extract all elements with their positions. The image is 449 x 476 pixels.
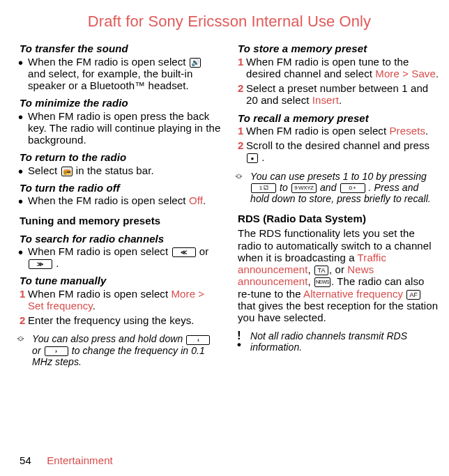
- text: >: [195, 288, 204, 300]
- seek-right-icon: [29, 259, 52, 269]
- tip-icon: [235, 169, 240, 180]
- text: .: [425, 125, 428, 137]
- tip-icon: [17, 332, 22, 342]
- text: .: [93, 300, 96, 312]
- text: >: [399, 68, 411, 79]
- text: When the FM radio is open select: [28, 56, 189, 68]
- text: ,: [307, 263, 314, 275]
- text: .: [436, 68, 439, 79]
- text: in the status bar.: [76, 164, 154, 176]
- note-preset-keys: You can use presets 1 to 10 by pressing …: [238, 171, 439, 204]
- warning-icon: [237, 330, 241, 348]
- text: When FM radio is open select: [28, 245, 172, 257]
- text: to: [280, 182, 291, 193]
- link-alt-freq: Alternative frequency: [303, 288, 403, 300]
- page-number: 54: [20, 454, 31, 466]
- text: , or: [329, 263, 347, 275]
- text: When FM radio is open select: [246, 125, 390, 137]
- text: ,: [307, 275, 314, 287]
- step-1-recall: 1 When FM radio is open select Presets.: [238, 125, 439, 137]
- text: Not all radio channels transmit RDS info…: [250, 330, 407, 353]
- af-icon: AF: [406, 290, 420, 300]
- heading-tune-manually: To tune manually: [20, 275, 221, 286]
- right-column: To store a memory preset 1 When FM radio…: [238, 37, 439, 374]
- text: .: [261, 151, 264, 163]
- rds-paragraph: The RDS functionality lets you set the r…: [238, 227, 439, 323]
- item-search: When FM radio is open select or .: [20, 245, 221, 270]
- section-name: Entertainment: [47, 454, 113, 466]
- heading-return: To return to the radio: [20, 151, 221, 163]
- menu-off: Off: [189, 194, 203, 206]
- menu-more: More: [172, 288, 196, 300]
- step-left-icon: [186, 335, 210, 345]
- heading-minimize: To minimize the radio: [20, 97, 221, 109]
- page-footer: 54 Entertainment: [20, 454, 113, 466]
- menu-insert: Insert: [312, 94, 339, 106]
- text: You can also press and hold down: [32, 333, 185, 344]
- speaker-icon: [190, 58, 201, 68]
- text: or: [32, 345, 44, 356]
- text: When the FM radio is open select: [28, 194, 189, 206]
- menu-set-frequency: Set frequency: [28, 300, 93, 312]
- text: When FM radio is open select: [28, 288, 172, 300]
- text: You can use presets 1 to 10 by pressing: [250, 171, 427, 182]
- item-minimize: When FM radio is open press the back key…: [20, 110, 221, 146]
- draft-header: Draft for Sony Ericsson Internal Use Onl…: [20, 13, 439, 30]
- heading-recall-preset: To recall a memory preset: [238, 112, 439, 124]
- step-1-store: 1 When FM radio is open tune to the desi…: [238, 56, 439, 80]
- heading-tuning-presets: Tuning and memory presets: [20, 215, 221, 227]
- item-off: When the FM radio is open select Off.: [20, 194, 221, 206]
- content-columns: To transfer the sound When the FM radio …: [20, 37, 439, 374]
- heading-search: To search for radio channels: [20, 233, 221, 245]
- step-2-recall: 2 Scroll to the desired channel and pres…: [238, 139, 439, 164]
- text: and: [320, 182, 340, 193]
- heading-store-preset: To store a memory preset: [238, 43, 439, 54]
- heading-rds: RDS (Radio Data System): [238, 213, 439, 224]
- heading-transfer-sound: To transfer the sound: [20, 43, 221, 54]
- key-1-icon: 1 ⚁: [251, 183, 276, 193]
- text: .: [339, 94, 342, 106]
- text: Enter the frequency using the keys.: [28, 314, 195, 326]
- text: .: [56, 257, 59, 269]
- text: .: [203, 194, 206, 206]
- text: or: [199, 245, 209, 257]
- item-return: Select in the status bar.: [20, 164, 221, 176]
- left-column: To transfer the sound When the FM radio …: [20, 37, 221, 374]
- menu-save: Save: [411, 68, 436, 79]
- step-2-manual: 2Enter the frequency using the keys.: [20, 314, 221, 326]
- note-hold-tune: You can also press and hold down or to c…: [20, 333, 221, 367]
- step-2-store: 2 Select a preset number between 1 and 2…: [238, 82, 439, 107]
- step-right-icon: [45, 346, 68, 356]
- radio-icon: [61, 167, 73, 176]
- heading-radio-off: To turn the radio off: [20, 182, 221, 194]
- key-9-icon: 9 WXYZ: [291, 183, 317, 193]
- menu-more: More: [375, 68, 399, 79]
- seek-left-icon: [172, 247, 196, 257]
- text: The RDS functionality lets you set the r…: [238, 227, 432, 263]
- key-0-icon: 0 +: [340, 183, 365, 193]
- news-icon: NEWS: [314, 277, 330, 287]
- step-1-manual: 1 When FM radio is open select More > Se…: [20, 288, 221, 312]
- menu-presets: Presets: [390, 125, 426, 137]
- ta-icon: TA: [314, 266, 328, 275]
- text: and select, for example, the built-in sp…: [28, 68, 192, 91]
- select-key-icon: [247, 153, 258, 163]
- note-rds-warning: Not all radio channels transmit RDS info…: [238, 330, 439, 353]
- text: Select: [28, 164, 61, 176]
- text: that gives the best reception for the st…: [238, 300, 438, 323]
- item-transfer: When the FM radio is open select and sel…: [20, 56, 221, 92]
- text: Scroll to the desired channel and press: [246, 139, 429, 151]
